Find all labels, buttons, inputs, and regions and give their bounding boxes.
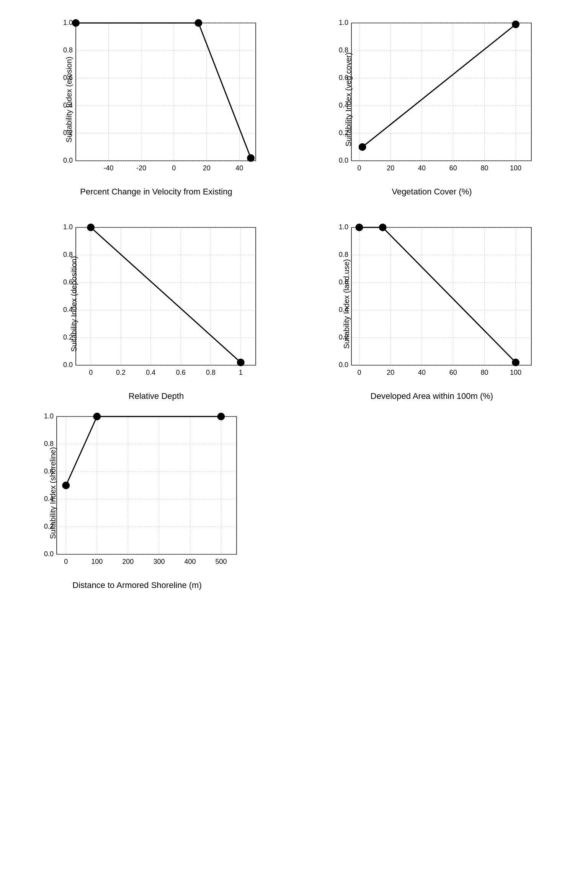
- svg-text:0.2: 0.2: [116, 369, 126, 376]
- chart-svg: 0.00.20.40.60.81.0020406080100: [321, 220, 543, 388]
- svg-point-27: [247, 155, 254, 162]
- bottom-row: Suitability Index (shoreline)0.00.20.40.…: [26, 401, 562, 590]
- svg-text:0.0: 0.0: [339, 361, 348, 369]
- svg-point-142: [93, 413, 100, 420]
- svg-text:20: 20: [387, 164, 394, 172]
- svg-point-54: [359, 144, 366, 150]
- svg-point-143: [217, 413, 224, 420]
- svg-text:100: 100: [91, 558, 103, 565]
- svg-point-111: [356, 224, 363, 231]
- x-axis-label: Distance to Armored Shoreline (m): [72, 580, 201, 590]
- svg-point-112: [379, 224, 386, 231]
- chart-chart-landuse: Suitability Index (land.use)0.00.20.40.6…: [302, 220, 562, 401]
- charts-grid: Suitability Index (erosion)0.00.20.40.60…: [26, 15, 562, 401]
- chart-chart-erosion: Suitability Index (erosion)0.00.20.40.60…: [26, 15, 286, 197]
- svg-point-55: [512, 21, 519, 28]
- svg-text:80: 80: [480, 164, 488, 172]
- svg-point-82: [87, 224, 94, 231]
- svg-text:40: 40: [418, 164, 426, 172]
- svg-text:400: 400: [184, 558, 196, 565]
- svg-text:1.0: 1.0: [339, 19, 348, 26]
- svg-text:60: 60: [449, 369, 457, 376]
- svg-text:40: 40: [235, 164, 243, 172]
- svg-text:0: 0: [357, 369, 361, 376]
- svg-text:0.8: 0.8: [339, 251, 348, 258]
- svg-text:100: 100: [510, 369, 521, 376]
- svg-point-25: [72, 20, 79, 26]
- svg-text:0.0: 0.0: [44, 550, 54, 558]
- svg-rect-56: [76, 227, 256, 365]
- svg-text:0.0: 0.0: [339, 157, 348, 164]
- chart-svg: 0.00.20.40.60.81.0020406080100: [321, 15, 543, 184]
- svg-text:100: 100: [510, 164, 521, 172]
- svg-text:0.0: 0.0: [63, 361, 73, 369]
- svg-point-26: [195, 20, 202, 26]
- x-axis-label: Vegetation Cover (%): [392, 187, 472, 197]
- svg-text:1.0: 1.0: [63, 223, 73, 231]
- x-axis-label: Relative Depth: [129, 391, 184, 401]
- svg-text:20: 20: [203, 164, 211, 172]
- svg-rect-0: [76, 23, 256, 161]
- svg-text:-20: -20: [136, 164, 146, 172]
- y-axis-label: Suitability Index (shoreline): [49, 447, 57, 539]
- svg-text:0.0: 0.0: [63, 157, 73, 164]
- svg-text:80: 80: [480, 369, 488, 376]
- svg-text:300: 300: [153, 558, 165, 565]
- svg-text:0: 0: [64, 558, 68, 565]
- x-axis-label: Percent Change in Velocity from Existing: [80, 187, 232, 197]
- svg-text:1: 1: [239, 369, 243, 376]
- chart-chart-vegcover: Suitability Index (veg.cover)0.00.20.40.…: [302, 15, 562, 197]
- svg-point-83: [237, 359, 244, 366]
- svg-point-141: [62, 482, 69, 489]
- y-axis-label: Suitability Index (land.use): [342, 259, 351, 349]
- svg-text:0: 0: [357, 164, 361, 172]
- svg-text:0.8: 0.8: [44, 440, 54, 448]
- svg-text:1.0: 1.0: [63, 19, 73, 26]
- svg-rect-114: [57, 416, 237, 554]
- svg-text:0.4: 0.4: [146, 369, 155, 376]
- svg-text:0.8: 0.8: [206, 369, 216, 376]
- svg-rect-84: [351, 227, 531, 365]
- svg-text:0.6: 0.6: [176, 369, 186, 376]
- chart-svg: 0.00.20.40.60.81.00100200300400500: [26, 409, 248, 577]
- svg-text:20: 20: [387, 369, 394, 376]
- chart-svg: 0.00.20.40.60.81.000.20.40.60.81: [45, 220, 267, 388]
- chart-chart-shoreline: Suitability Index (shoreline)0.00.20.40.…: [26, 409, 248, 590]
- svg-text:-40: -40: [103, 164, 113, 172]
- svg-rect-28: [351, 23, 531, 161]
- chart-svg: 0.00.20.40.60.81.0-40-2002040: [45, 15, 267, 184]
- y-axis-label: Suitability Index (veg.cover): [344, 52, 353, 147]
- svg-text:1.0: 1.0: [44, 412, 54, 420]
- chart-chart-deposition: Suitability Index (deposition)0.00.20.40…: [26, 220, 286, 401]
- svg-text:0: 0: [172, 164, 176, 172]
- y-axis-label: Suitability Index (erosion): [65, 57, 74, 143]
- svg-text:0: 0: [89, 369, 93, 376]
- y-axis-label: Suitability Index (deposition): [70, 256, 78, 352]
- svg-text:40: 40: [418, 369, 426, 376]
- svg-text:500: 500: [215, 558, 227, 565]
- page: Suitability Index (erosion)0.00.20.40.60…: [0, 0, 588, 882]
- svg-text:200: 200: [122, 558, 134, 565]
- svg-point-113: [512, 359, 519, 366]
- svg-text:1.0: 1.0: [339, 223, 348, 231]
- x-axis-label: Developed Area within 100m (%): [371, 391, 493, 401]
- svg-text:60: 60: [449, 164, 457, 172]
- svg-text:0.8: 0.8: [63, 46, 73, 54]
